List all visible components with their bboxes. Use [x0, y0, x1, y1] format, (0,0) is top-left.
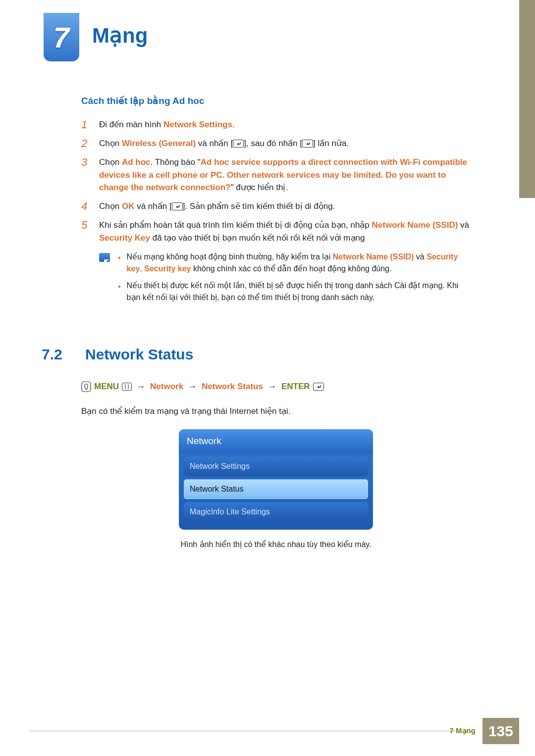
- svg-rect-4: [122, 383, 132, 390]
- nav-enter: ENTER: [281, 380, 310, 393]
- menu-panel: Network Network Settings Network Status …: [179, 429, 373, 530]
- step-number: 1: [81, 118, 90, 131]
- arrow-icon: →: [137, 380, 145, 393]
- nav-network-status: Network Status: [202, 380, 263, 393]
- menu-caption: Hình ảnh hiển thị có thể khác nhau tùy t…: [81, 539, 471, 551]
- subheading: Cách thiết lập bằng Ad hoc: [81, 94, 471, 108]
- enter-icon: [313, 383, 324, 391]
- svg-rect-3: [82, 382, 91, 392]
- step-5: 5 Khi sản phẩm hoàn tất quá trình tìm ki…: [81, 219, 471, 244]
- footer: 7 Mạng 135: [450, 718, 519, 744]
- enter-icon: [172, 202, 183, 210]
- nav-menu: MENU: [94, 380, 119, 393]
- chapter-tab: 7: [44, 13, 79, 61]
- step-4: 4 Chọn OK và nhấn []. Sản phẩm sẽ tìm ki…: [81, 200, 471, 213]
- bullet-icon: •: [118, 252, 121, 275]
- note-list: • Nếu mạng không hoạt động bình thường, …: [118, 251, 471, 308]
- step-number: 2: [81, 137, 90, 150]
- menu-grid-icon: [122, 383, 132, 391]
- enter-icon: [302, 140, 313, 148]
- step-body: Đi đến màn hình Network Settings.: [99, 118, 471, 131]
- kw-security-key: Security key: [144, 264, 191, 273]
- note-icon: [99, 253, 110, 262]
- bullet-icon: •: [118, 281, 121, 303]
- kw-ssid: Network Name (SSID): [372, 220, 458, 230]
- accent-bar: [519, 0, 535, 198]
- step-3: 3 Chọn Ad hoc. Thông báo "Ad hoc service…: [81, 156, 471, 194]
- enter-icon: [233, 140, 244, 148]
- section-number: 7.2: [42, 343, 71, 365]
- menu-item-magicinfo[interactable]: MagicInfo Lite Settings: [184, 502, 368, 522]
- menu-header: Network: [179, 429, 373, 454]
- step-body: Khi sản phẩm hoàn tất quá trình tìm kiếm…: [99, 219, 471, 244]
- note-item: • Nếu thiết bị được kết nối một lần, thi…: [118, 280, 471, 303]
- steps-list: 1 Đi đến màn hình Network Settings. 2 Ch…: [81, 118, 471, 245]
- remote-icon: [81, 381, 91, 392]
- step-1: 1 Đi đến màn hình Network Settings.: [81, 118, 471, 131]
- footer-chapter: 7 Mạng: [450, 725, 476, 737]
- kw-security-key: Security Key: [99, 233, 150, 243]
- step-body: Chọn Wireless (General) và nhấn [], sau …: [99, 137, 471, 150]
- menu-item-network-settings[interactable]: Network Settings: [184, 456, 368, 476]
- step-body: Chọn OK và nhấn []. Sản phẩm sẽ tìm kiếm…: [99, 200, 471, 213]
- arrow-icon: →: [188, 380, 197, 393]
- footer-divider: [30, 731, 456, 731]
- chapter-title: Mạng: [92, 20, 148, 51]
- kw-adhoc: Ad hoc: [122, 157, 151, 167]
- section-title: Network Status: [85, 343, 193, 365]
- nav-network: Network: [150, 380, 183, 393]
- step-number: 5: [81, 219, 90, 244]
- kw-ok: OK: [122, 202, 135, 211]
- nav-path: MENU → Network → Network Status → ENTER: [81, 380, 471, 393]
- note-block: • Nếu mạng không hoạt động bình thường, …: [99, 251, 471, 308]
- arrow-icon: →: [268, 380, 276, 393]
- step-body: Chọn Ad hoc. Thông báo "Ad hoc service s…: [99, 156, 471, 194]
- section-heading: 7.2 Network Status: [42, 343, 471, 365]
- section-description: Bạn có thể kiểm tra mạng và trạng thái I…: [81, 405, 471, 418]
- step-number: 4: [81, 200, 90, 213]
- link-network-settings: Network Settings: [163, 120, 232, 129]
- page-content: Cách thiết lập bằng Ad hoc 1 Đi đến màn …: [81, 94, 471, 551]
- page-number: 135: [482, 718, 519, 744]
- chapter-number: 7: [54, 16, 69, 59]
- kw-ssid: Network Name (SSID): [333, 252, 414, 261]
- step-number: 3: [81, 156, 90, 194]
- menu-item-network-status[interactable]: Network Status: [184, 479, 368, 499]
- kw-wireless-general: Wireless (General): [122, 139, 196, 148]
- step-2: 2 Chọn Wireless (General) và nhấn [], sa…: [81, 137, 471, 150]
- note-item: • Nếu mạng không hoạt động bình thường, …: [118, 251, 471, 275]
